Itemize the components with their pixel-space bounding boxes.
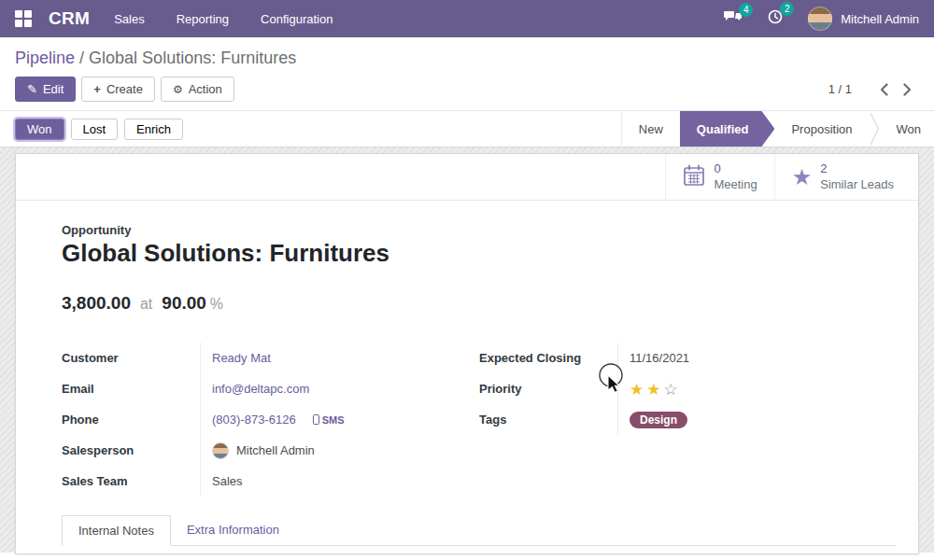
notebook-tabs: Internal Notes Extra Information [62,515,896,546]
star-empty-icon[interactable] [664,380,678,399]
record-type-label: Opportunity [62,223,896,237]
field-column-left: Customer Ready Mat Email info@deltapc.co… [62,343,478,497]
field-column-right: Expected Closing 11/16/2021 Priority Tag… [479,343,896,497]
opportunity-form-sheet: 0 Meeting ★ 2 Similar Leads Opportunity … [15,153,919,554]
breadcrumb-pipeline-link[interactable]: Pipeline [15,49,75,67]
star-filled-icon[interactable] [646,380,660,399]
percent-sign: % [210,296,223,313]
breadcrumb: Pipeline / Global Solutions: Furnitures [0,37,934,72]
form-view-background: 0 Meeting ★ 2 Similar Leads Opportunity … [0,147,934,553]
similar-leads-stat-button[interactable]: ★ 2 Similar Leads [774,154,911,200]
customer-value-link[interactable]: Ready Mat [212,351,271,365]
email-field-row: Email info@deltapc.com [62,373,478,404]
meeting-label: Meeting [714,177,757,192]
priority-stars [630,380,681,399]
action-button[interactable]: ⚙ Action [161,77,234,102]
at-label: at [140,296,152,313]
messages-button[interactable]: 4 [724,9,743,28]
similar-leads-label: Similar Leads [820,177,894,192]
similar-leads-count: 2 [820,161,894,176]
meeting-stat-button[interactable]: 0 Meeting [665,154,773,200]
expected-revenue-value: 3,800.00 [62,293,131,314]
stage-new[interactable]: New [622,111,680,147]
pager-previous-button[interactable] [872,79,896,100]
tag-design[interactable]: Design [630,412,687,428]
sales-team-label: Sales Team [62,474,200,488]
email-value-link[interactable]: info@deltapc.com [212,382,309,396]
phone-label: Phone [62,413,200,427]
sms-button[interactable]: SMS [313,414,345,426]
meeting-count: 0 [714,161,757,176]
activities-button[interactable]: 2 [767,8,784,29]
user-avatar[interactable] [808,7,832,31]
customer-field-row: Customer Ready Mat [62,343,478,373]
pager-value: 1 / 1 [828,82,852,96]
salesperson-value[interactable]: Mitchell Admin [236,443,315,457]
plus-icon: + [93,82,101,96]
salesperson-field-row: Salesperson Mitchell Admin [62,435,478,466]
tab-extra-information[interactable]: Extra Information [171,515,295,545]
stage-proposition[interactable]: Proposition [774,111,869,147]
mobile-phone-icon [313,414,319,425]
phone-value-link[interactable]: (803)-873-6126 [212,413,296,427]
tab-internal-notes[interactable]: Internal Notes [62,515,171,546]
salesperson-avatar [212,442,229,459]
salesperson-label: Salesperson [62,443,200,457]
phone-field-row: Phone (803)-873-6126 SMS [62,404,478,435]
sales-team-field-row: Sales Team Sales [62,466,478,497]
messages-badge: 4 [739,3,753,17]
mark-won-button[interactable]: Won [15,119,64,140]
stage-statusbar: New Qualified Proposition Won [621,111,934,147]
sales-team-value[interactable]: Sales [212,474,243,488]
app-name[interactable]: CRM [49,8,90,29]
gear-icon: ⚙ [173,83,183,96]
email-label: Email [62,382,200,396]
top-navbar: CRM Sales Reporting Configuration 4 2 Mi… [0,0,934,37]
expected-closing-value[interactable]: 11/16/2021 [630,351,689,365]
expected-closing-field-row: Expected Closing 11/16/2021 [479,343,896,373]
breadcrumb-separator: / [79,49,89,67]
field-group: Customer Ready Mat Email info@deltapc.co… [62,343,896,497]
pencil-icon: ✎ [27,82,37,96]
breadcrumb-current: Global Solutions: Furnitures [89,49,296,67]
probability-value: 90.00 [162,293,206,314]
toolbar: ✎ Edit + Create ⚙ Action 1 / 1 [0,72,934,110]
stage-qualified[interactable]: Qualified [680,111,775,147]
pager: 1 / 1 [828,79,919,100]
user-name[interactable]: Mitchell Admin [841,12,919,26]
tags-field-row: Tags Design [479,404,896,435]
activities-badge: 2 [780,2,794,16]
stat-button-strip: 0 Meeting ★ 2 Similar Leads [16,154,918,201]
priority-field-row: Priority [479,373,896,404]
apps-grid-icon[interactable] [15,10,32,27]
stage-won[interactable]: Won [880,111,934,147]
expected-revenue-row: 3,800.00 at 90.00 % [62,293,896,314]
opportunity-title: Global Solutions: Furnitures [62,239,896,268]
stage-separator-icon [870,111,880,147]
customer-label: Customer [62,351,200,365]
calendar-icon [683,163,705,190]
expected-closing-label: Expected Closing [479,351,617,365]
star-filled-icon[interactable] [630,380,644,399]
menu-sales[interactable]: Sales [114,12,145,26]
menu-reporting[interactable]: Reporting [177,12,229,26]
tags-label: Tags [479,413,617,427]
menu-configuration[interactable]: Configuration [261,12,333,26]
star-icon: ★ [792,166,813,189]
pager-next-button[interactable] [896,79,919,100]
priority-label: Priority [479,382,617,396]
edit-button[interactable]: ✎ Edit [15,77,76,102]
mark-lost-button[interactable]: Lost [71,119,119,140]
enrich-button[interactable]: Enrich [124,119,183,140]
statusbar: Won Lost Enrich New Qualified Propositio… [0,110,934,147]
create-button[interactable]: + Create [81,77,155,102]
